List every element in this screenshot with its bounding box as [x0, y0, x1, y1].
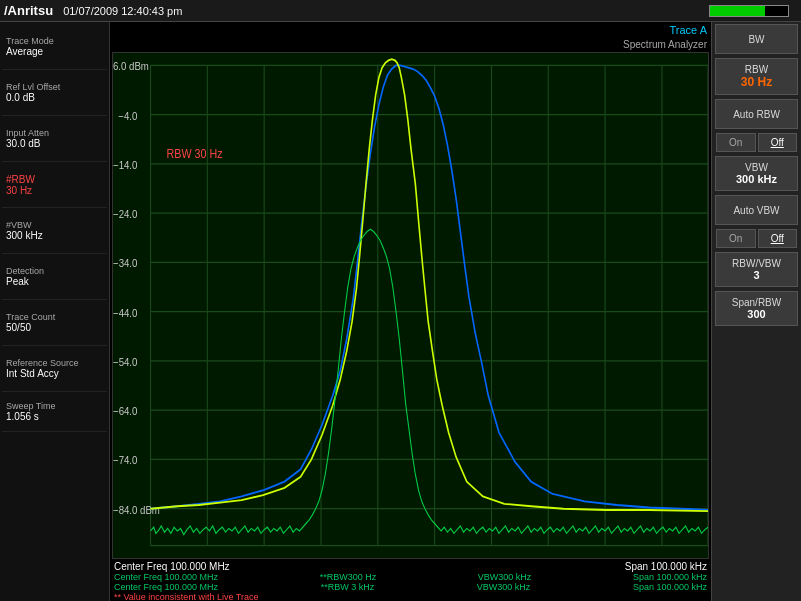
auto-vbw-button[interactable]: Auto VBW — [715, 195, 798, 225]
right-sidebar: BW RBW 30 Hz Auto RBW On Off VBW 300 kHz… — [711, 22, 801, 601]
y-label-n14: −14.0 — [113, 159, 138, 171]
rbw-on-btn[interactable]: On — [716, 133, 756, 152]
left-sidebar: Trace Mode Average Ref Lvl Offset 0.0 dB… — [0, 22, 110, 601]
input-atten-label: Input Atten 30.0 dB — [2, 116, 107, 162]
span100b: Span 100.000 kHz — [633, 582, 707, 592]
datetime: 01/07/2009 12:40:43 pm — [63, 5, 709, 17]
logo: /Anritsu — [4, 3, 53, 18]
vbw-on-btn[interactable]: On — [716, 229, 756, 248]
rbw-off-btn[interactable]: Off — [758, 133, 798, 152]
auto-rbw-toggle: On Off — [715, 132, 798, 153]
rbw-chart-label: RBW 30 Hz — [167, 147, 223, 160]
center-freq3: Center Freq 100.000 MHz — [114, 582, 218, 592]
trace-a-label: Trace A — [623, 23, 707, 37]
bottom-line1: Center Freq 100.000 MHz Span 100.000 kHz — [114, 561, 707, 572]
vbw300b: VBW300 kHz — [477, 582, 531, 592]
auto-vbw-toggle: On Off — [715, 228, 798, 249]
chart-area: Trace A Spectrum Analyzer — [110, 22, 711, 601]
center-freq2: Center Freq 100.000 MHz — [114, 572, 218, 582]
y-label-n44: −44.0 — [113, 307, 138, 319]
reference-source-label: Reference Source Int Std Accy — [2, 346, 107, 392]
spectrum-analyzer-label: Spectrum Analyzer — [623, 38, 707, 51]
rbw3k: **RBW 3 kHz — [321, 582, 375, 592]
y-label-n24: −24.0 — [113, 208, 138, 220]
vbw-label: #VBW 300 kHz — [2, 208, 107, 254]
y-label-n64: −64.0 — [113, 406, 138, 418]
vbw300: VBW300 kHz — [478, 572, 532, 582]
rbw300: **RBW300 Hz — [320, 572, 377, 582]
battery-indicator — [709, 5, 789, 17]
rbw-label: #RBW 30 Hz — [2, 162, 107, 208]
battery-fill — [710, 6, 765, 16]
bottom-line3: Center Freq 100.000 MHz **RBW 3 kHz VBW3… — [114, 582, 707, 592]
span-label: Span 100.000 kHz — [625, 561, 707, 572]
trace-mode-label: Trace Mode Average — [2, 24, 107, 70]
rbwvbw-button[interactable]: RBW/VBW 3 — [715, 252, 798, 287]
trace-green — [151, 229, 708, 534]
chart-bottom-labels: Center Freq 100.000 MHz Span 100.000 kHz… — [110, 559, 711, 601]
rbw-button[interactable]: RBW 30 Hz — [715, 58, 798, 95]
bottom-line2: Center Freq 100.000 MHz **RBW300 Hz VBW3… — [114, 572, 707, 582]
bottom-warning: ** Value inconsistent with Live Trace — [114, 592, 707, 601]
span100: Span 100.000 kHz — [633, 572, 707, 582]
detection-label: Detection Peak — [2, 254, 107, 300]
y-label-n54: −54.0 — [113, 356, 138, 368]
spanrbw-button[interactable]: Span/RBW 300 — [715, 291, 798, 326]
chart-svg: 6.0 dBm −4.0 −14.0 −24.0 −34.0 −44.0 −54… — [113, 53, 708, 558]
ref-lvl-offset-label: Ref Lvl Offset 0.0 dB — [2, 70, 107, 116]
chart-header: Trace A Spectrum Analyzer — [110, 22, 711, 52]
bw-button[interactable]: BW — [715, 24, 798, 54]
y-label-n4: −4.0 — [118, 110, 137, 122]
auto-rbw-button[interactable]: Auto RBW — [715, 99, 798, 129]
y-label-n84: −84.0 dBm — [113, 504, 160, 516]
vbw-button[interactable]: VBW 300 kHz — [715, 156, 798, 191]
y-label-n74: −74.0 — [113, 455, 138, 467]
main-layout: Trace Mode Average Ref Lvl Offset 0.0 dB… — [0, 22, 801, 601]
trace-yellow — [151, 59, 708, 511]
y-label-6dbm: 6.0 dBm — [113, 61, 149, 73]
y-label-n34: −34.0 — [113, 258, 138, 270]
chart-canvas: 6.0 dBm −4.0 −14.0 −24.0 −34.0 −44.0 −54… — [112, 52, 709, 559]
trace-info: Trace A Spectrum Analyzer — [623, 23, 707, 50]
trace-count-label: Trace Count 50/50 — [2, 300, 107, 346]
sweep-time-label: Sweep Time 1.056 s — [2, 392, 107, 432]
top-bar: /Anritsu 01/07/2009 12:40:43 pm — [0, 0, 801, 22]
trace-blue — [151, 65, 708, 510]
center-freq-label: Center Freq 100.000 MHz — [114, 561, 230, 572]
vbw-off-btn[interactable]: Off — [758, 229, 798, 248]
